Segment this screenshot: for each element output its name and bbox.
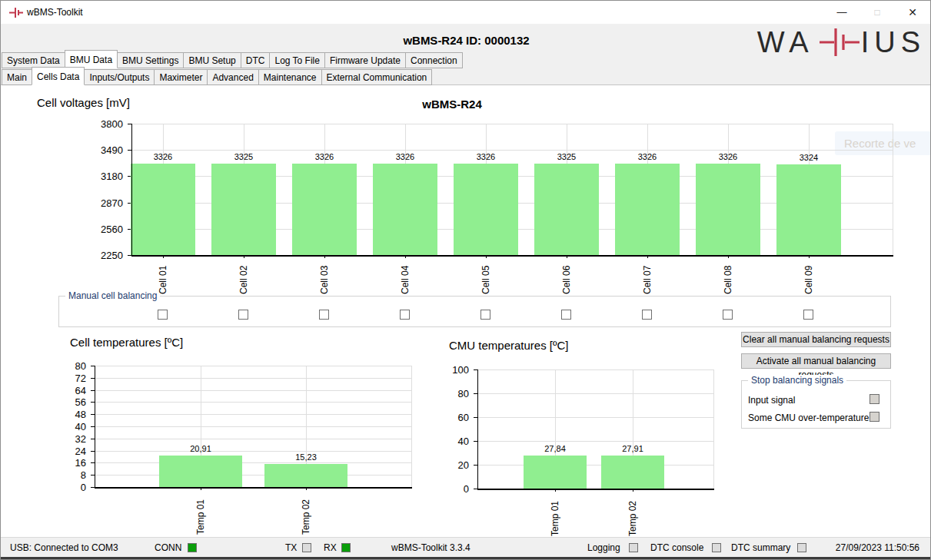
y-tick-label: 100 [437,364,469,376]
y-tick-label: 2870 [91,197,123,209]
bar-temp-02 [601,456,664,489]
chart-section-label-2: CMU temperatures [ºC] [449,339,569,352]
stop-balancing-signals-group: Stop balancing signals Input signal Some… [741,380,891,429]
y-tick-label: 40 [437,436,469,447]
balancing-checkbox-cell-03[interactable] [319,310,329,320]
dtc-summary-checkbox[interactable] [797,543,806,552]
y-tick-label: 80 [437,388,469,399]
tab-system-data[interactable]: System Data [2,52,65,68]
bar-cell-02 [211,164,276,255]
cmu-over-temperature-indicator [869,412,879,422]
minimize-button[interactable]: — [824,1,860,24]
dtc-console-checkbox[interactable] [712,543,721,552]
logging-checkbox[interactable] [629,543,638,552]
y-tick-label: 48 [54,409,86,420]
y-tick-label: 16 [54,457,86,469]
bar-cell-07 [615,164,680,255]
chart-title: wBMS-R24 [402,98,502,111]
conn-label: CONN [155,542,181,553]
tx-label: TX [285,542,297,553]
input-signal-label: Input signal [748,395,795,406]
y-tick-label: 0 [54,482,86,493]
balancing-checkbox-cell-06[interactable] [561,310,571,320]
bar-cell-03 [292,164,357,255]
datetime-text: 27/09/2023 11:50:56 [836,542,919,553]
bar-temp-02 [264,464,347,487]
tab-log-to-file[interactable]: Log To File [269,52,324,68]
tab-external-communication[interactable]: External Communication [321,69,433,85]
y-tick-label: 60 [437,412,469,423]
activate-all-balancing-button[interactable]: Activate all manual balancing requests [741,353,891,369]
logo-text-right: IUS [861,27,926,58]
app-window: wBMS-Toolkit — □ ✕ wBMS-R24 ID: 0000132 … [0,0,931,560]
close-button[interactable]: ✕ [895,1,930,24]
manual-cell-balancing-label: Manual cell balancing [65,290,160,301]
bar-cell-04 [373,164,437,255]
balancing-checkbox-cell-01[interactable] [158,310,168,320]
y-tick-label: 64 [54,385,86,396]
x-category-label: Cell 06 [561,266,572,294]
tab-bmu-data[interactable]: BMU Data [65,50,118,68]
chart-section-label-0: Cell voltages [mV] [37,96,130,109]
balancing-checkbox-cell-05[interactable] [480,310,490,320]
screen-clipping-ghost: Recorte de ve [835,131,931,155]
y-tick-label: 8 [54,469,86,481]
tab-firmware-update[interactable]: Firmware Update [324,52,406,68]
logo-text-left: WA [757,27,814,58]
cmu-over-temperature-label: Some CMU over-temperature [748,413,869,423]
bar-value-label: 3326 [463,152,509,161]
balancing-checkbox-cell-08[interactable] [723,310,733,320]
tab-connection[interactable]: Connection [405,52,463,68]
x-category-label: Temp 01 [195,499,206,535]
bar-value-label: 3326 [301,152,347,161]
y-tick-label: 2560 [91,224,123,235]
title-bar: wBMS-Toolkit — □ ✕ [1,1,930,24]
tab-bmu-settings[interactable]: BMU Settings [117,52,184,68]
rx-indicator [341,543,351,552]
bar-value-label: 27,84 [532,444,578,453]
bar-cell-05 [454,164,518,255]
tab-main[interactable]: Main [2,69,32,85]
balancing-checkbox-cell-04[interactable] [400,310,410,320]
balancing-checkbox-cell-02[interactable] [238,310,248,320]
tab-bmu-setup[interactable]: BMU Setup [183,52,241,68]
dtc-summary-label: DTC summary [731,542,790,553]
dtc-console-label: DTC console [650,542,703,553]
y-tick-label: 24 [54,446,86,457]
wattius-logo: WA IUS [757,26,926,58]
tx-indicator [302,543,311,552]
bar-value-label: 3326 [705,152,751,161]
balancing-checkbox-cell-07[interactable] [642,310,652,320]
chart-section-label-1: Cell temperatures [ºC] [70,336,183,349]
secondary-tabstrip: MainCells DataInputs/OutputsMaximeterAdv… [2,67,432,85]
x-category-label: Cell 09 [803,266,814,294]
y-tick-label: 56 [54,396,86,408]
y-tick-label: 80 [54,360,86,372]
bar-temp-01 [159,456,242,487]
tab-inputs-outputs[interactable]: Inputs/Outputs [84,69,155,85]
x-category-label: Cell 01 [158,266,168,294]
y-tick-label: 3800 [91,118,123,130]
maximize-button[interactable]: □ [860,1,895,24]
x-category-label: Temp 01 [550,501,560,536]
tab-dtc[interactable]: DTC [241,52,271,68]
clear-all-balancing-button[interactable]: Clear all manual balancing requests [741,332,891,347]
balancing-checkbox-cell-09[interactable] [803,310,813,320]
bar-cell-01 [131,164,195,255]
x-category-label: Cell 07 [642,266,653,294]
tab-advanced[interactable]: Advanced [207,69,258,85]
bar-value-label: 3324 [786,153,832,162]
window-title: wBMS-Toolkit [27,7,83,18]
y-tick-label: 3490 [91,144,123,156]
x-category-label: Temp 02 [301,499,311,535]
conn-indicator [188,543,197,552]
tab-maximeter[interactable]: Maximeter [154,69,208,85]
bar-cell-09 [776,164,841,255]
logging-label: Logging [587,542,620,553]
tab-cells-data[interactable]: Cells Data [32,67,85,85]
battery-icon [820,26,860,58]
bar-cell-08 [696,164,760,255]
primary-tabstrip: System DataBMU DataBMU SettingsBMU Setup… [2,50,463,68]
tab-maintenance[interactable]: Maintenance [258,69,322,85]
y-tick-label: 20 [437,459,469,471]
